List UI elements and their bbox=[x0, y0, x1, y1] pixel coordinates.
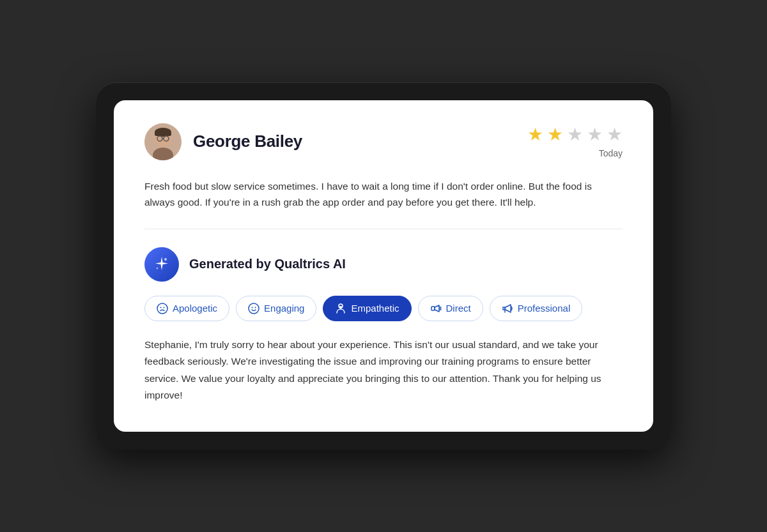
svg-point-11 bbox=[160, 307, 162, 308]
star-2: ★ bbox=[547, 124, 563, 145]
star-3: ★ bbox=[567, 124, 583, 145]
tone-professional[interactable]: Professional bbox=[490, 296, 583, 321]
professional-icon bbox=[502, 303, 513, 314]
star-4: ★ bbox=[587, 124, 603, 145]
tone-apologetic[interactable]: Apologetic bbox=[144, 296, 229, 321]
stars: ★ ★ ★ ★ ★ bbox=[527, 124, 623, 145]
star-1: ★ bbox=[527, 124, 543, 145]
svg-point-10 bbox=[157, 303, 167, 314]
svg-point-8 bbox=[164, 258, 167, 261]
rating-block: ★ ★ ★ ★ ★ Today bbox=[527, 124, 623, 159]
engaging-icon bbox=[248, 303, 260, 314]
star-5: ★ bbox=[607, 124, 623, 145]
apologetic-icon bbox=[157, 303, 168, 314]
professional-label: Professional bbox=[518, 303, 571, 314]
empathetic-icon bbox=[335, 303, 346, 314]
divider bbox=[144, 229, 623, 229]
empathetic-label: Empathetic bbox=[351, 303, 399, 314]
tone-engaging[interactable]: Engaging bbox=[236, 296, 316, 321]
ai-header: Generated by Qualtrics AI bbox=[144, 247, 623, 282]
review-card: George Bailey ★ ★ ★ ★ ★ Today Fresh food… bbox=[114, 100, 653, 432]
review-text: Fresh food but slow service sometimes. I… bbox=[144, 178, 623, 211]
header-row: George Bailey ★ ★ ★ ★ ★ Today bbox=[144, 123, 623, 160]
svg-point-14 bbox=[252, 307, 253, 308]
sparkle-icon bbox=[153, 255, 171, 273]
svg-point-13 bbox=[249, 303, 259, 314]
user-info: George Bailey bbox=[144, 123, 302, 160]
svg-point-15 bbox=[255, 307, 256, 308]
ai-icon bbox=[144, 247, 179, 282]
svg-point-9 bbox=[157, 267, 159, 269]
direct-label: Direct bbox=[446, 303, 471, 314]
apologetic-label: Apologetic bbox=[173, 303, 217, 314]
avatar bbox=[144, 123, 182, 160]
engaging-label: Engaging bbox=[264, 303, 304, 314]
tone-empathetic[interactable]: Empathetic bbox=[323, 296, 411, 321]
username: George Bailey bbox=[193, 132, 302, 151]
tone-direct[interactable]: Direct bbox=[418, 296, 483, 321]
tone-buttons: Apologetic Engaging bbox=[144, 296, 623, 321]
svg-point-12 bbox=[164, 307, 165, 308]
direct-icon bbox=[430, 303, 442, 314]
svg-rect-4 bbox=[155, 132, 171, 136]
ai-response-text: Stephanie, I'm truly sorry to hear about… bbox=[144, 337, 623, 404]
date-label: Today bbox=[599, 148, 623, 158]
device-frame: George Bailey ★ ★ ★ ★ ★ Today Fresh food… bbox=[96, 82, 671, 450]
ai-label: Generated by Qualtrics AI bbox=[189, 257, 346, 271]
